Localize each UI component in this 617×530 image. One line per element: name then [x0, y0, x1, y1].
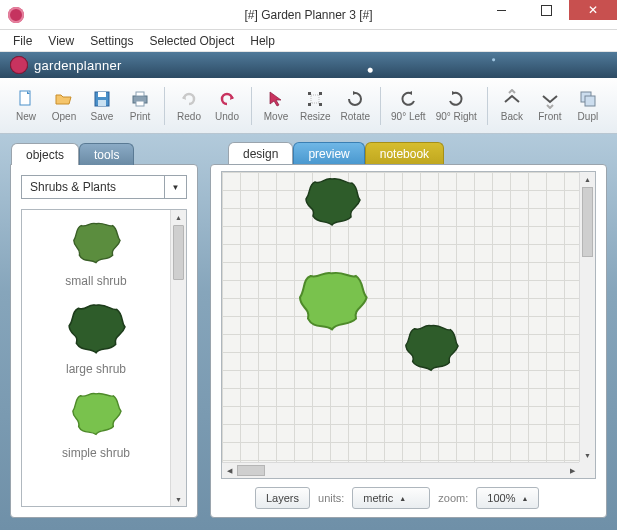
objects-list: small shrub large shrub simple shrub ▲ [21, 209, 187, 507]
redo-icon [179, 89, 199, 109]
zoom-label: zoom: [438, 492, 468, 504]
svg-rect-7 [308, 92, 311, 95]
rotate-left-icon [398, 89, 418, 109]
flower-logo-icon [10, 56, 28, 74]
chevron-up-icon: ▲ [399, 495, 406, 502]
placed-large-shrub[interactable] [302, 175, 362, 231]
undo-icon [217, 89, 237, 109]
brand-text: gardenplanner [34, 58, 122, 73]
move-cursor-icon [266, 89, 286, 109]
small-shrub-icon [68, 220, 124, 270]
canvas-frame: ▲ ▼ ◀ ▶ Layers units: metric ▲ [210, 164, 607, 518]
scroll-thumb[interactable] [173, 225, 184, 280]
menu-file[interactable]: File [6, 32, 39, 50]
design-canvas[interactable] [222, 172, 579, 462]
maximize-button[interactable] [524, 0, 569, 20]
scroll-left-icon[interactable]: ◀ [222, 463, 236, 478]
workspace: objects tools Shrubs & Plants ▼ small sh… [0, 134, 617, 530]
canvas-horizontal-scrollbar[interactable]: ◀ ▶ [222, 462, 579, 478]
new-button[interactable]: New [8, 82, 44, 130]
app-icon [8, 7, 24, 23]
print-icon [130, 89, 150, 109]
toolbar: New Open Save Print Redo Undo Move Resiz… [0, 78, 617, 134]
resize-icon [305, 89, 325, 109]
scroll-corner [579, 462, 595, 478]
open-button[interactable]: Open [46, 82, 82, 130]
tab-objects[interactable]: objects [11, 143, 79, 165]
print-button[interactable]: Print [122, 82, 158, 130]
svg-rect-11 [311, 95, 319, 103]
open-folder-icon [54, 89, 74, 109]
tab-preview[interactable]: preview [293, 142, 364, 164]
scroll-down-icon[interactable]: ▼ [580, 448, 595, 462]
canvas-vertical-scrollbar[interactable]: ▲ ▼ [579, 172, 595, 462]
menu-settings[interactable]: Settings [83, 32, 140, 50]
menu-selected-object[interactable]: Selected Object [143, 32, 242, 50]
move-button[interactable]: Move [258, 82, 294, 130]
toolbar-separator [164, 87, 165, 125]
resize-button[interactable]: Resize [296, 82, 335, 130]
redo-button[interactable]: Redo [171, 82, 207, 130]
close-button[interactable] [569, 0, 617, 20]
svg-rect-5 [136, 92, 144, 96]
duplicate-button[interactable]: Dupl [570, 82, 606, 130]
svg-rect-3 [98, 100, 106, 106]
scroll-thumb[interactable] [582, 187, 593, 257]
object-label: large shrub [66, 362, 126, 376]
svg-rect-8 [319, 92, 322, 95]
save-disk-icon [92, 89, 112, 109]
rotate-right-button[interactable]: 90° Right [432, 82, 481, 130]
units-label: units: [318, 492, 344, 504]
object-large-shrub[interactable]: large shrub [22, 292, 170, 380]
svg-rect-2 [98, 92, 106, 97]
bring-front-icon [540, 89, 560, 109]
bring-front-button[interactable]: Front [532, 82, 568, 130]
svg-rect-13 [585, 96, 595, 106]
placed-simple-shrub[interactable] [292, 267, 372, 341]
chevron-down-icon: ▼ [164, 176, 186, 198]
scroll-thumb[interactable] [237, 465, 265, 476]
zoom-dropdown[interactable]: 100% ▲ [476, 487, 539, 509]
send-back-button[interactable]: Back [494, 82, 530, 130]
large-shrub-icon [65, 302, 127, 358]
svg-rect-9 [308, 103, 311, 106]
units-dropdown[interactable]: metric ▲ [352, 487, 430, 509]
undo-button[interactable]: Undo [209, 82, 245, 130]
rotate-button[interactable]: Rotate [337, 82, 374, 130]
objects-scrollbar[interactable]: ▲ ▼ [170, 210, 186, 506]
object-label: simple shrub [62, 446, 130, 460]
svg-rect-6 [136, 101, 144, 106]
duplicate-icon [578, 89, 598, 109]
scroll-up-icon[interactable]: ▲ [171, 210, 186, 224]
tab-tools[interactable]: tools [79, 143, 134, 165]
save-button[interactable]: Save [84, 82, 120, 130]
placed-large-shrub-2[interactable] [402, 322, 460, 376]
scroll-down-icon[interactable]: ▼ [171, 492, 186, 506]
rotate-icon [345, 89, 365, 109]
design-bottom-bar: Layers units: metric ▲ zoom: 100% ▲ [221, 485, 596, 511]
object-label: small shrub [65, 274, 126, 288]
toolbar-separator [380, 87, 381, 125]
scroll-up-icon[interactable]: ▲ [580, 172, 595, 186]
scroll-right-icon[interactable]: ▶ [565, 463, 579, 478]
category-selected-label: Shrubs & Plants [22, 180, 164, 194]
object-small-shrub[interactable]: small shrub [22, 210, 170, 292]
tab-notebook[interactable]: notebook [365, 142, 444, 164]
rotate-right-icon [446, 89, 466, 109]
svg-rect-10 [319, 103, 322, 106]
menu-view[interactable]: View [41, 32, 81, 50]
layers-button[interactable]: Layers [255, 487, 310, 509]
menu-help[interactable]: Help [243, 32, 282, 50]
object-simple-shrub[interactable]: simple shrub [22, 380, 170, 464]
menubar: File View Settings Selected Object Help [0, 30, 617, 52]
minimize-button[interactable] [479, 0, 524, 20]
titlebar: [#] Garden Planner 3 [#] [0, 0, 617, 30]
objects-panel: objects tools Shrubs & Plants ▼ small sh… [10, 164, 198, 518]
canvas-wrap: ▲ ▼ ◀ ▶ [221, 171, 596, 479]
tab-design[interactable]: design [228, 142, 293, 164]
rotate-left-button[interactable]: 90° Left [387, 82, 430, 130]
category-dropdown[interactable]: Shrubs & Plants ▼ [21, 175, 187, 199]
brand-banner: gardenplanner [0, 52, 617, 78]
simple-shrub-icon [67, 390, 125, 442]
toolbar-separator [487, 87, 488, 125]
